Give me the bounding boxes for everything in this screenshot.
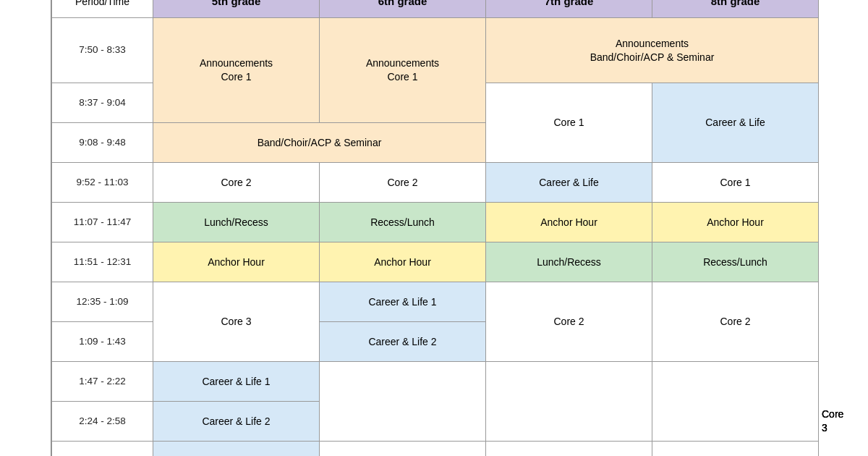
cell-r10-c2	[486, 442, 652, 457]
cell-r5-c3: Recess/Lunch	[652, 242, 819, 282]
cell-r3-c1: Core 2	[320, 163, 486, 203]
header-7th: 7th grade	[486, 0, 652, 18]
time-cell-2: 9:08 - 9:48	[52, 123, 153, 163]
time-cell-7: 1:09 - 1:43	[52, 322, 153, 362]
cell-r6-c1: Career & Life 1	[320, 282, 486, 322]
time-cell-1: 8:37 - 9:04	[52, 83, 153, 123]
time-cell-6: 12:35 - 1:09	[52, 282, 153, 322]
cell-r8-c0: Career & Life 1	[153, 362, 320, 402]
schedule-table: Period/Time 5th grade 6th grade 7th grad…	[51, 0, 817, 456]
time-cell-10	[52, 442, 153, 457]
time-cell-4: 11:07 - 11:47	[52, 203, 153, 242]
time-cell-3: 9:52 - 11:03	[52, 163, 153, 203]
cell-r5-c1: Anchor Hour	[320, 242, 486, 282]
cell-r0-c1: AnnouncementsCore 1	[320, 18, 486, 123]
cell-r10-c1	[320, 442, 486, 457]
cell-r3-c3: Core 1	[652, 163, 819, 203]
cell-r7-c0: Career & Life 2	[320, 322, 486, 362]
cell-r4-c3: Anchor Hour	[652, 203, 819, 242]
header-period: Period/Time	[52, 0, 153, 18]
cell-r1-c0: Core 1	[486, 83, 652, 163]
time-cell-9: 2:24 - 2:58	[52, 402, 153, 442]
cell-r10-c0	[153, 442, 320, 457]
cell-r0-c0: AnnouncementsCore 1	[153, 18, 320, 123]
cell-r4-c1: Recess/Lunch	[320, 203, 486, 242]
cell-r9-c0: Career & Life 2	[153, 402, 320, 442]
cell-r10-c3	[652, 442, 819, 457]
cell-r0-c2: AnnouncementsBand/Choir/ACP & Seminar	[486, 18, 819, 83]
cell-r1-c1: Career & Life	[652, 83, 819, 163]
cell-r3-c0: Core 2	[153, 163, 320, 203]
cell-r4-c2: Anchor Hour	[486, 203, 652, 242]
cell-r3-c2: Career & Life	[486, 163, 652, 203]
cell-r8-c1	[320, 362, 486, 442]
cell-r5-c2: Lunch/Recess	[486, 242, 652, 282]
time-cell-0: 7:50 - 8:33	[52, 18, 153, 83]
cell-r5-c0: Anchor Hour	[153, 242, 320, 282]
cell-r6-c3: Core 2	[652, 282, 819, 362]
cell-r4-c0: Lunch/Recess	[153, 203, 320, 242]
time-cell-8: 1:47 - 2:22	[52, 362, 153, 402]
cell-r8-c3	[652, 362, 819, 442]
header-6th: 6th grade	[320, 0, 486, 18]
cell-r6-c0: Core 3	[153, 282, 320, 362]
time-cell-5: 11:51 - 12:31	[52, 242, 153, 282]
header-5th: 5th grade	[153, 0, 320, 18]
header-8th: 8th grade	[652, 0, 819, 18]
cell-r8-c2	[486, 362, 652, 442]
cell-r2-c0: Band/Choir/ACP & Seminar	[153, 123, 486, 163]
cell-r6-c2: Core 2	[486, 282, 652, 362]
